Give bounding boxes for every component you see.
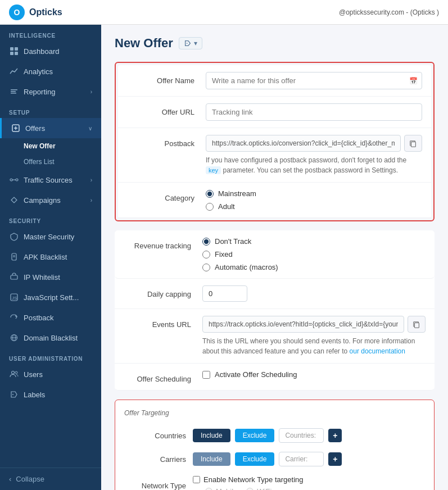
postback-icon	[9, 312, 19, 323]
category-option-adult[interactable]: Adult	[206, 202, 422, 211]
network-wifi-label[interactable]: WiFi	[246, 487, 271, 490]
sidebar-item-apk-blacklist[interactable]: APK Blacklist	[0, 247, 101, 267]
events-url-input[interactable]	[202, 316, 404, 333]
offer-name-input-wrapper: 📅	[206, 72, 422, 89]
events-url-note: This is the URL where you should send ev…	[202, 336, 426, 356]
tag-icon	[184, 39, 192, 47]
countries-label: Countries	[124, 432, 186, 440]
offer-scheduling-label: Offer Scheduling	[124, 370, 202, 383]
sidebar-collapse[interactable]: ‹ Collapse	[0, 468, 101, 490]
svg-rect-4	[11, 89, 17, 90]
revenue-radio-dont-track[interactable]	[202, 238, 210, 246]
sidebar-item-label: Users	[24, 370, 43, 379]
js-icon: JS	[9, 292, 19, 302]
sidebar-item-javascript-settings[interactable]: JS JavaScript Sett...	[0, 287, 101, 307]
network-mobile-label[interactable]: Mobile	[205, 487, 237, 490]
category-radio-adult[interactable]	[206, 203, 214, 211]
category-radio-mainstream[interactable]	[206, 190, 214, 198]
svg-point-22	[12, 394, 13, 395]
logo: O Opticks	[9, 4, 62, 20]
sidebar-item-labels[interactable]: Labels	[0, 384, 101, 405]
network-type-options: Enable Network Type targeting Mobile WiF…	[193, 475, 304, 490]
countries-add-button[interactable]: +	[328, 429, 342, 442]
domain-icon	[9, 333, 19, 343]
form-row-daily-capping: Daily capping	[115, 279, 435, 309]
postback-control: If you have configured a postback passwo…	[206, 135, 422, 175]
svg-rect-5	[11, 91, 16, 92]
topbar-user: @optickssecurity.com - (Opticks )	[339, 8, 439, 16]
svg-rect-14	[11, 275, 17, 279]
postback-copy-button[interactable]	[404, 135, 422, 151]
category-label-adult: Adult	[218, 202, 235, 211]
countries-exclude-button[interactable]: Exclude	[235, 429, 275, 442]
main-content: New Offer ▾ Offer Name 📅	[101, 25, 448, 490]
postback-input[interactable]	[206, 135, 401, 152]
form-row-offer-name: Offer Name 📅	[118, 65, 431, 97]
offer-url-control	[206, 103, 422, 121]
network-enable-label[interactable]: Enable Network Type targeting	[193, 475, 304, 484]
sidebar-sub-item-offers-list[interactable]: Offers List	[0, 154, 101, 170]
revenue-option-fixed[interactable]: Fixed	[202, 250, 426, 258]
sidebar-item-postback[interactable]: Postback	[0, 307, 101, 328]
sidebar-item-label: Domain Blacklist	[24, 334, 78, 342]
sidebar-item-label: IP Whitelist	[24, 273, 60, 282]
offer-name-label: Offer Name	[127, 72, 206, 85]
svg-point-23	[187, 43, 188, 44]
network-mobile-text: Mobile	[216, 487, 237, 490]
sidebar-item-master-security[interactable]: Master Security	[0, 226, 101, 247]
carriers-exclude-button[interactable]: Exclude	[235, 452, 275, 466]
daily-capping-input[interactable]	[202, 285, 247, 302]
users-icon	[9, 369, 19, 379]
documentation-link[interactable]: our documentation	[350, 347, 405, 355]
revenue-option-automatic[interactable]: Automatic (macros)	[202, 263, 426, 271]
network-wifi-radio[interactable]	[246, 488, 254, 490]
daily-capping-label: Daily capping	[124, 285, 202, 298]
network-type-controls: Enable Network Type targeting Mobile WiF…	[193, 475, 304, 490]
offer-url-input[interactable]	[206, 103, 422, 121]
countries-field: Countries:	[279, 428, 324, 443]
svg-point-9	[16, 179, 18, 181]
revenue-radio-fixed[interactable]	[202, 251, 210, 258]
revenue-label: Revenue tracking	[124, 237, 202, 250]
carriers-field: Carrier:	[279, 452, 324, 466]
offer-scheduling-checkbox[interactable]	[202, 371, 210, 379]
sidebar-item-label: Dashboard	[24, 47, 60, 56]
offer-name-control: 📅	[206, 72, 422, 89]
carriers-include-button[interactable]: Include	[193, 452, 230, 466]
svg-rect-3	[15, 52, 18, 55]
sidebar-item-analytics[interactable]: Analytics	[0, 61, 101, 81]
sidebar-item-domain-blacklist[interactable]: Domain Blacklist	[0, 328, 101, 348]
copy-icon	[413, 321, 420, 329]
offer-scheduling-checkbox-label[interactable]: Activate Offer Scheduling	[202, 370, 426, 379]
events-url-control: This is the URL where you should send ev…	[202, 316, 426, 356]
apk-icon	[9, 252, 19, 262]
tag-button[interactable]: ▾	[179, 37, 202, 49]
network-enable-checkbox[interactable]	[193, 476, 200, 483]
revenue-label-fixed: Fixed	[215, 250, 233, 258]
sidebar-item-reporting[interactable]: Reporting ›	[0, 81, 101, 102]
svg-rect-0	[10, 47, 13, 51]
offer-name-input[interactable]	[206, 72, 422, 89]
events-url-copy-button[interactable]	[408, 316, 426, 332]
topbar: O Opticks @optickssecurity.com - (Optick…	[0, 0, 448, 25]
revenue-label-automatic: Automatic (macros)	[215, 263, 278, 271]
revenue-option-dont-track[interactable]: Don't Track	[202, 237, 426, 246]
sidebar-item-label: Traffic Sources	[24, 176, 73, 184]
countries-include-button[interactable]: Include	[193, 429, 230, 442]
network-mobile-radio[interactable]	[205, 488, 212, 490]
sidebar-item-offers[interactable]: Offers ∨	[0, 118, 101, 138]
carriers-add-button[interactable]: +	[328, 452, 342, 466]
revenue-radio-automatic[interactable]	[202, 264, 210, 271]
sidebar-item-dashboard[interactable]: Dashboard	[0, 41, 101, 61]
svg-rect-6	[11, 93, 16, 94]
category-option-mainstream[interactable]: Mainstream	[206, 189, 422, 198]
targeting-row-carriers: Carriers Include Exclude Carrier: +	[124, 447, 425, 471]
sidebar-item-users[interactable]: Users	[0, 364, 101, 384]
sidebar-item-label: Analytics	[24, 67, 53, 76]
sidebar-sub-item-new-offer[interactable]: New Offer	[0, 138, 101, 154]
reporting-icon	[9, 87, 19, 97]
sidebar-item-traffic-sources[interactable]: Traffic Sources ›	[0, 170, 101, 190]
sidebar-item-ip-whitelist[interactable]: IP Whitelist	[0, 267, 101, 287]
sidebar-item-campaigns[interactable]: Campaigns ›	[0, 190, 101, 210]
category-label: Category	[127, 189, 206, 202]
